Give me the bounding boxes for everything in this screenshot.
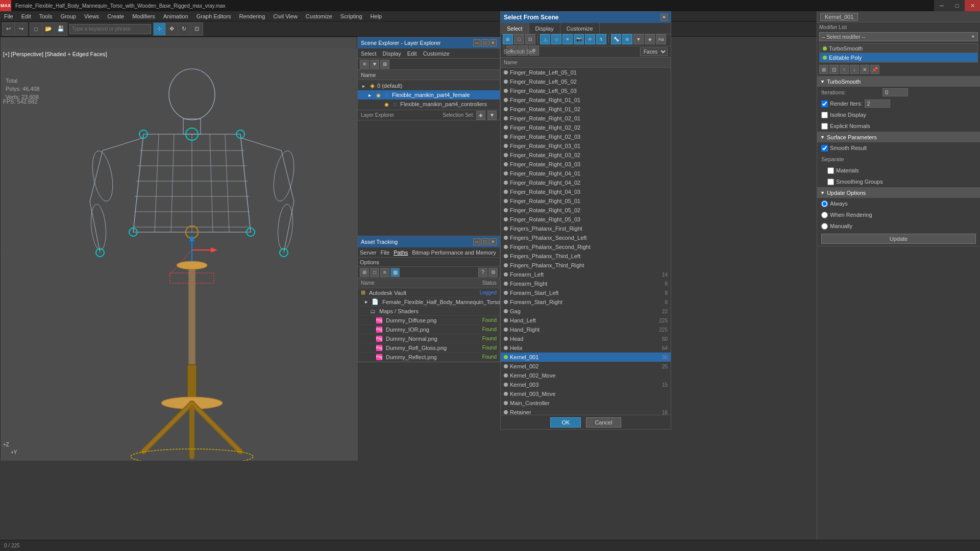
sfs-btn-light[interactable]: ☀ <box>562 34 573 44</box>
se-restore-btn[interactable]: □ <box>481 39 488 46</box>
se-footer-btn2[interactable]: ▼ <box>487 111 497 120</box>
at-row-maps[interactable]: 🗂 Maps / Shaders <box>358 307 500 316</box>
isoline-checkbox[interactable] <box>821 112 828 118</box>
keyword-search[interactable] <box>69 24 151 34</box>
se-menu-customize[interactable]: Customize <box>422 51 451 57</box>
sfs-filter-dropdown[interactable]: Faces <box>640 47 668 56</box>
mod-icon-4[interactable]: ↓ <box>850 65 859 74</box>
mod-icon-2[interactable]: ⊡ <box>829 65 839 74</box>
sfs-item-forearm-right[interactable]: Forearm_Right8 <box>501 279 671 288</box>
at-minimize-btn[interactable]: ─ <box>473 238 480 245</box>
at-menu-server[interactable]: Server <box>360 249 376 256</box>
sfs-item-finger-rotate-left-05-02[interactable]: Finger_Rotate_Left_05_02 <box>501 77 671 86</box>
new-button[interactable]: □ <box>30 23 42 35</box>
sfs-item-hand-left[interactable]: Hand_Left225 <box>501 316 671 325</box>
at-tool-4[interactable]: ▦ <box>390 268 400 277</box>
at-settings-btn[interactable]: ⚙ <box>488 268 498 277</box>
always-radio[interactable] <box>821 201 828 207</box>
sfs-btn-shape[interactable]: ◇ <box>551 34 561 44</box>
minimize-button[interactable]: ─ <box>934 0 949 11</box>
manually-radio[interactable] <box>821 223 828 230</box>
se-minimize-btn[interactable]: ─ <box>473 39 480 46</box>
render-iters-input[interactable] <box>865 99 890 108</box>
sfs-item-finger-rotate-right-02-02[interactable]: Finger_Rotate_Right_02_02 <box>501 123 671 132</box>
se-tool-filter[interactable]: ▼ <box>370 60 379 69</box>
at-restore-btn[interactable]: □ <box>481 238 488 245</box>
sfs-item-main-controller[interactable]: Main_Controller <box>501 398 671 408</box>
sfs-tab-customize[interactable]: Customize <box>560 23 600 34</box>
save-button[interactable]: 💾 <box>55 23 67 35</box>
at-row-ior[interactable]: Png Dummy_IOR.png Found <box>358 325 500 334</box>
sfs-item-gag[interactable]: Gag22 <box>501 307 671 316</box>
menu-file[interactable]: File <box>0 11 17 21</box>
redo-button[interactable]: ↪ <box>15 23 27 35</box>
sfs-btn-spacewarp[interactable]: ↯ <box>596 34 606 44</box>
menu-graph-editors[interactable]: Graph Editors <box>192 11 235 21</box>
se-item-female[interactable]: ▸ ◉ □ Flexible_manikin_part4_female <box>358 90 500 99</box>
rotate-tool[interactable]: ↻ <box>178 23 190 35</box>
sfs-ok-btn[interactable]: OK <box>550 417 581 428</box>
sfs-btn-cam[interactable]: 📷 <box>574 34 584 44</box>
menu-animation[interactable]: Animation <box>159 11 192 21</box>
mod-icon-5[interactable]: ✕ <box>860 65 869 74</box>
at-row-normal[interactable]: Png Dummy_Normal.png Found <box>358 334 500 343</box>
sfs-item-head[interactable]: Head60 <box>501 334 671 343</box>
at-tool-2[interactable]: □ <box>370 268 379 277</box>
sfs-btn-select-all[interactable]: ⊞ <box>503 34 513 44</box>
mod-icon-6[interactable]: 📌 <box>870 65 879 74</box>
menu-views[interactable]: Views <box>80 11 103 21</box>
modifier-editable-poly[interactable]: Editable Poly <box>820 53 977 62</box>
materials-checkbox[interactable] <box>827 167 834 174</box>
sfs-cancel-btn[interactable]: Cancel <box>586 417 621 428</box>
sfs-item-fingers-phalanx-second-left[interactable]: Fingers_Phalanx_Second_Left <box>501 233 671 242</box>
menu-create[interactable]: Create <box>103 11 128 21</box>
sfs-item-finger-rotate-right-02-01[interactable]: Finger_Rotate_Right_02_01 <box>501 114 671 123</box>
sfs-item-forearm-left[interactable]: Forearm_Left14 <box>501 270 671 279</box>
mod-icon-3[interactable]: ↑ <box>840 65 849 74</box>
sfs-item-kernel-001[interactable]: Kernel_00136 <box>501 353 671 362</box>
sfs-item-finger-rotate-right-04-01[interactable]: Finger_Rotate_Right_04_01 <box>501 169 671 178</box>
scale-tool[interactable]: ⊡ <box>190 23 203 35</box>
se-tool-options[interactable]: ⊞ <box>380 60 389 69</box>
sfs-item-finger-rotate-left-05-01[interactable]: Finger_Rotate_Left_05_01 <box>501 68 671 77</box>
sfs-item-fingers-phalanx-second-right[interactable]: Fingers_Phalanx_Second_Right <box>501 242 671 252</box>
se-item-controllers[interactable]: ◉ □ Flexible_manikin_part4_controllers <box>358 99 500 109</box>
sfs-item-fingers-phalanx-third-right[interactable]: Fingers_Phalanx_Third_Right <box>501 261 671 270</box>
when-rendering-radio[interactable] <box>821 212 828 218</box>
select-tool[interactable]: ⊹ <box>154 23 166 35</box>
sfs-item-kernel-002[interactable]: Kernel_00225 <box>501 362 671 371</box>
sfs-item-finger-rotate-right-05-03[interactable]: Finger_Rotate_Right_05_03 <box>501 215 671 224</box>
modifier-turbosmooth[interactable]: TurboSmooth <box>820 44 977 53</box>
iterations-input[interactable] <box>883 88 908 96</box>
menu-modifiers[interactable]: Modifiers <box>128 11 159 21</box>
menu-scripting[interactable]: Scripting <box>336 11 366 21</box>
explicit-normals-checkbox[interactable] <box>821 123 828 130</box>
sfs-item-kernel-002-move[interactable]: Kernel_002_Move <box>501 371 671 380</box>
move-tool[interactable]: ✥ <box>166 23 178 35</box>
sfs-item-kernel-003-move[interactable]: Kernel_003_Move <box>501 389 671 398</box>
render-iters-checkbox[interactable] <box>821 101 828 107</box>
se-footer-btn1[interactable]: ◈ <box>476 111 485 120</box>
se-menu-display[interactable]: Display <box>382 51 402 57</box>
sfs-btn-filter[interactable]: ▼ <box>633 34 644 44</box>
at-row-refl-gloss[interactable]: Png Dummy_Refl_Gloss.png Found <box>358 343 500 353</box>
sfs-item-finger-rotate-right-03-03[interactable]: Finger_Rotate_Right_03_03 <box>501 160 671 169</box>
at-menu-bitmap[interactable]: Bitmap Performance and Memory <box>412 249 496 256</box>
sfs-item-finger-rotate-right-05-01[interactable]: Finger_Rotate_Right_05_01 <box>501 196 671 206</box>
close-button[interactable]: ✕ <box>965 0 980 11</box>
sfs-item-finger-rotate-left-05-03[interactable]: Finger_Rotate_Left_05_03 <box>501 86 671 95</box>
maximize-button[interactable]: □ <box>949 0 965 11</box>
at-row-diffuse[interactable]: Png Dummy_Diffuse.png Found <box>358 316 500 325</box>
se-layer-default[interactable]: ▸ ◈ 0 (default) <box>358 81 500 90</box>
sfs-item-finger-rotate-right-04-02[interactable]: Finger_Rotate_Right_04_02 <box>501 178 671 187</box>
menu-rendering[interactable]: Rendering <box>235 11 270 21</box>
menu-help[interactable]: Help <box>366 11 386 21</box>
sfs-close-btn[interactable]: ✕ <box>660 14 668 21</box>
sfs-item-finger-rotate-right-03-01[interactable]: Finger_Rotate_Right_03_01 <box>501 141 671 151</box>
menu-tools[interactable]: Tools <box>35 11 57 21</box>
sfs-btn-select-none[interactable]: □ <box>514 34 524 44</box>
open-button[interactable]: 📂 <box>42 23 55 35</box>
update-options-header[interactable]: ▼ Update Options <box>817 188 980 198</box>
sfs-item-fingers-phalanx-third-left[interactable]: Fingers_Phalanx_Third_Left <box>501 252 671 261</box>
update-button[interactable]: Update <box>821 234 976 244</box>
